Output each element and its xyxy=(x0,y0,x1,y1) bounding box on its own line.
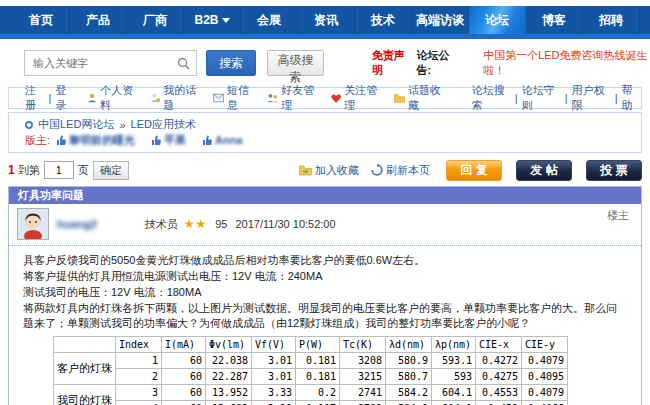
moderator-name[interactable]: Anna xyxy=(215,134,243,146)
table-cell: 0.4272 xyxy=(476,353,522,369)
separator: | xyxy=(615,92,618,104)
nav-tab-home[interactable]: 首页 xyxy=(13,6,70,34)
avatar[interactable] xyxy=(17,208,49,240)
refresh-page-label: 刷新本页 xyxy=(386,163,430,178)
refresh-page-link[interactable]: 刷新本页 xyxy=(371,163,430,178)
envelope-icon xyxy=(213,93,224,103)
table-header-cell: CIE-x xyxy=(476,337,522,353)
messages-label: 短信息 xyxy=(227,83,255,113)
nav-tab-b2b[interactable]: B2B xyxy=(184,6,241,34)
table-cell: 0.4066 xyxy=(522,401,568,405)
table-cell: 0.2 xyxy=(296,385,340,401)
favorites-label: 话题收藏 xyxy=(408,83,446,113)
page-number-input[interactable] xyxy=(44,161,74,179)
reply-button[interactable]: 回 复 xyxy=(446,160,502,181)
follow-link[interactable]: 关注管理 xyxy=(319,83,382,113)
register-link[interactable]: 注册 xyxy=(25,83,45,113)
nav-tab-interviews[interactable]: 高端访谈 xyxy=(412,6,469,34)
person-topic-icon xyxy=(150,92,160,104)
forum-announcement[interactable]: 中国第一个LED免费咨询热线诞生啦！ xyxy=(483,48,650,78)
author-rank: 技术员 xyxy=(145,217,178,232)
moderator-name[interactable]: 黎明前的曙光 xyxy=(69,133,135,148)
messages-link[interactable]: 短信息 xyxy=(201,83,255,113)
nav-tab-products[interactable]: 产品 xyxy=(70,6,127,34)
user-rights-link[interactable]: 用户权限 xyxy=(572,83,611,113)
nav-tab-blog[interactable]: 博客 xyxy=(526,6,583,34)
table-cell: 1 xyxy=(116,353,162,369)
nav-tab-jobs[interactable]: 招聘 xyxy=(583,6,640,34)
table-header-cell: P(W) xyxy=(296,337,340,353)
bullet-ring-icon xyxy=(25,121,33,129)
friends-link[interactable]: 好友管理 xyxy=(255,83,319,113)
table-cell: 3.29 xyxy=(252,401,296,405)
forum-rules-link[interactable]: 论坛守则 xyxy=(522,83,561,113)
table-header-cell: I(mA) xyxy=(162,337,206,353)
disclaimer-link[interactable]: 免责声明 xyxy=(372,48,411,78)
author-points: 95 xyxy=(215,218,227,230)
my-topics-link[interactable]: 我的话题 xyxy=(138,83,201,113)
goto-page-suffix: 页 xyxy=(78,163,89,178)
current-page-number: 1 xyxy=(8,163,15,177)
thumb-up-icon xyxy=(151,135,161,146)
search-input[interactable] xyxy=(31,56,177,70)
nav-tab-forum-active[interactable]: 论坛 xyxy=(469,6,526,34)
topic-container: 灯具功率问题 huangjf 技术员 ★★ 95 2017/11/30 10:5… xyxy=(8,186,642,405)
measurement-table: Index I(mA) Φv(lm) Vf(V) P(W) Tc(K) λd(n… xyxy=(53,336,568,405)
table-cell: 2 xyxy=(116,369,162,385)
moderator-name[interactable]: 平果 xyxy=(164,133,186,148)
table-cell: 584.2 xyxy=(386,385,432,401)
nav-tab-technology[interactable]: 技术 xyxy=(355,6,412,34)
table-header-row: Index I(mA) Φv(lm) Vf(V) P(W) Tc(K) λd(n… xyxy=(54,337,568,353)
nav-tab-news[interactable]: 资讯 xyxy=(298,6,355,34)
help-link[interactable]: 帮助 xyxy=(622,83,642,113)
table-cell: 13.683 xyxy=(206,401,252,405)
table-header-cell: Index xyxy=(116,337,162,353)
nav-tab-manufacturers[interactable]: 厂商 xyxy=(127,6,184,34)
moderators-row: 版主: 黎明前的曙光 平果 Anna xyxy=(25,132,641,148)
confirm-page-button[interactable]: 确定 xyxy=(93,161,129,180)
table-cell: 3.33 xyxy=(252,385,296,401)
vote-button[interactable]: 投 票 xyxy=(586,160,642,181)
chevron-down-icon xyxy=(222,18,230,23)
user-toolbar: 注册 | 登录 个人资料 我的话题 短信息 好友管理 关注管理 话题收藏 论坛搜… xyxy=(8,87,642,109)
profile-link[interactable]: 个人资料 xyxy=(75,83,138,113)
table-cell: 580.7 xyxy=(386,369,432,385)
table-row: 2 60 22.287 3.01 0.181 3215 580.7 593 0.… xyxy=(54,369,568,385)
table-cell: 604.1 xyxy=(432,401,476,405)
table-cell: 0.4079 xyxy=(522,353,568,369)
table-cell: 13.952 xyxy=(206,385,252,401)
table-cell: 0.4275 xyxy=(476,369,522,385)
thumb-up-icon xyxy=(202,135,212,146)
table-cell: 0.4553 xyxy=(476,385,522,401)
table-cell: 3215 xyxy=(340,369,386,385)
pager-action-row: 1 到第 页 确定 加入收藏 刷新本页 回 复 发 帖 投 票 xyxy=(8,159,642,181)
favorites-link[interactable]: 话题收藏 xyxy=(382,83,446,113)
breadcrumb-current-board[interactable]: LED应用技术 xyxy=(131,117,196,132)
table-cell: 3208 xyxy=(340,353,386,369)
add-favorite-link[interactable]: 加入收藏 xyxy=(299,163,359,178)
nav-tab-exhibitions[interactable]: 会展 xyxy=(241,6,298,34)
post-datetime: 2017/11/30 10:52:00 xyxy=(235,218,335,230)
forum-search-link[interactable]: 论坛搜索 xyxy=(472,83,511,113)
search-input-box[interactable] xyxy=(24,50,197,76)
new-post-button[interactable]: 发 帖 xyxy=(516,160,572,181)
separator: | xyxy=(49,92,52,104)
table-cell: 0.4079 xyxy=(522,385,568,401)
search-button[interactable]: 搜索 xyxy=(206,50,256,76)
table-cell: 60 xyxy=(162,385,206,401)
row-group-label: 我司的灯珠 xyxy=(54,385,116,405)
row-group-label: 客户的灯珠 xyxy=(54,353,116,385)
table-row: 4 60 13.683 3.29 0.197 2782 584.1 604.1 … xyxy=(54,401,568,405)
profile-label: 个人资料 xyxy=(100,83,138,113)
table-cell: 580.9 xyxy=(386,353,432,369)
table-row: 客户的灯珠 1 60 22.038 3.01 0.181 3208 580.9 … xyxy=(54,353,568,369)
separator: | xyxy=(565,92,568,104)
advanced-search-button[interactable]: 高级搜索 xyxy=(267,50,324,76)
table-header-cell: Tc(K) xyxy=(340,337,386,353)
breadcrumb-forum-root[interactable]: 中国LED网论坛 xyxy=(38,117,114,132)
post-author-username[interactable]: huangjf xyxy=(57,218,97,230)
login-link[interactable]: 登录 xyxy=(55,83,75,113)
table-cell: 60 xyxy=(162,369,206,385)
post-meta: 技术员 ★★ 95 2017/11/30 10:52:00 xyxy=(145,217,336,232)
table-cell: 0.181 xyxy=(296,369,340,385)
